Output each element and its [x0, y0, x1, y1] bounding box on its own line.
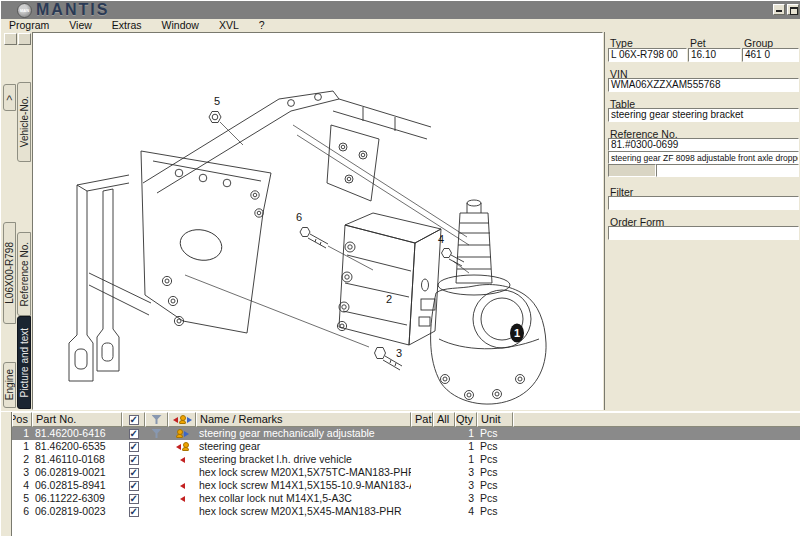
- vin-field[interactable]: WMA06XZZXAM555768: [608, 78, 799, 92]
- callout-5[interactable]: 5: [214, 95, 220, 107]
- table-row[interactable]: 1 81.46200-6416 steering gear mechanical…: [12, 427, 800, 440]
- header-pat-label: Pat: [415, 413, 432, 426]
- sidebar-tab-engine[interactable]: Engine: [3, 362, 16, 408]
- row-all: [433, 440, 455, 453]
- parts-table-gutter: [1, 412, 12, 536]
- row-pos: 3: [12, 466, 32, 479]
- maximize-button[interactable]: [787, 4, 799, 15]
- row-pat: [411, 440, 433, 453]
- row-checkbox-checked-icon[interactable]: [129, 468, 139, 478]
- row-checkbox-checked-icon[interactable]: [129, 442, 139, 452]
- menu-program[interactable]: Program: [1, 19, 59, 32]
- row-pos: 5: [12, 492, 32, 505]
- sidebar-tab-vehicle-no[interactable]: Vehicle-No.: [17, 82, 31, 162]
- menu-view[interactable]: View: [59, 19, 102, 32]
- reference-description-field[interactable]: steering gear ZF 8098 adjustable front a…: [608, 151, 799, 164]
- row-name: hex lock screw M20X1,5X45-MAN183-PHR: [196, 505, 411, 518]
- reference-aux-field[interactable]: [656, 164, 799, 177]
- callout-4[interactable]: 4: [438, 233, 444, 245]
- toolbar-button-2[interactable]: [18, 33, 31, 45]
- red-left-arrow-icon: [173, 417, 178, 423]
- sidebar-tab-expand-label: >: [4, 95, 15, 101]
- row-all: [433, 505, 455, 518]
- app-title: MANTIS: [36, 1, 109, 19]
- pet-field[interactable]: 16.10: [688, 48, 741, 62]
- row-qty: 1: [455, 453, 477, 466]
- row-pos: 4: [12, 479, 32, 492]
- exploded-view-drawing: 5 6 4 2 3 1: [33, 33, 602, 409]
- row-checkbox-checked-icon[interactable]: [129, 455, 139, 465]
- row-pos: 1: [12, 427, 32, 440]
- header-all[interactable]: All: [433, 412, 455, 427]
- row-unit: Pcs: [477, 427, 513, 440]
- header-unit[interactable]: Unit: [477, 412, 513, 427]
- menu-window[interactable]: Window: [152, 19, 209, 32]
- callout-1[interactable]: 1: [514, 327, 520, 339]
- toolbar-button-1[interactable]: [4, 33, 17, 45]
- filter-input[interactable]: [608, 196, 799, 210]
- row-pat: [411, 479, 433, 492]
- header-filter[interactable]: [145, 412, 168, 427]
- reference-aux-field-grey: [608, 164, 656, 177]
- sidebar-tab-l06x00-r798[interactable]: L06X00-R798: [3, 222, 16, 324]
- menu-help[interactable]: ?: [249, 19, 275, 32]
- header-filler: [513, 412, 800, 427]
- table-row[interactable]: 3 06.02819-0021 hex lock screw M20X1,5X7…: [12, 466, 800, 479]
- table-row[interactable]: 4 06.02815-8941 hex lock screw M14X1,5X1…: [12, 479, 800, 492]
- header-all-label: All: [437, 413, 449, 426]
- header-pat[interactable]: Pat: [411, 412, 433, 427]
- table-row[interactable]: 2 81.46110-0168 steering bracket l.h. dr…: [12, 453, 800, 466]
- row-unit: Pcs: [477, 453, 513, 466]
- row-all: [433, 453, 455, 466]
- sidebar-tab-reference-no-label: Reference No.: [19, 242, 30, 306]
- mantis-window: MAN MANTIS Program View Extras Window XV…: [0, 0, 800, 536]
- sidebar-tab-reference-no[interactable]: Reference No.: [17, 232, 31, 316]
- callout-2[interactable]: 2: [386, 293, 392, 305]
- row-all: [433, 492, 455, 505]
- row-part-no: 06.02815-8941: [32, 479, 122, 492]
- table-row[interactable]: 6 06.02819-0023 hex lock screw M20X1,5X4…: [12, 505, 800, 518]
- header-checkbox[interactable]: [122, 412, 145, 427]
- header-part-no[interactable]: Part No.: [32, 412, 122, 427]
- group-field[interactable]: 461 0: [742, 48, 799, 62]
- row-checkbox-checked-icon[interactable]: [129, 429, 139, 439]
- row-pat: [411, 505, 433, 518]
- header-name-remarks[interactable]: Name / Remarks: [196, 412, 411, 427]
- row-checkbox-checked-icon[interactable]: [129, 481, 139, 491]
- row-part-no: 81.46200-6535: [32, 440, 122, 453]
- order-form-input[interactable]: [608, 226, 799, 240]
- table-row[interactable]: 5 06.11222-6309 hex collar lock nut M14X…: [12, 492, 800, 505]
- picture-area[interactable]: 5 6 4 2 3 1: [32, 32, 603, 410]
- row-all: [433, 466, 455, 479]
- type-field[interactable]: L 06X-R798 00: [608, 48, 687, 62]
- red-left-arrow-icon: [180, 483, 185, 489]
- row-unit: Pcs: [477, 479, 513, 492]
- row-unit: Pcs: [477, 492, 513, 505]
- table-row[interactable]: 1 81.46200-6535 steering gear 1 Pcs: [12, 440, 800, 453]
- minimize-icon: [776, 10, 782, 12]
- sidebar-tab-vehicle-no-label: Vehicle-No.: [19, 96, 30, 147]
- menu-extras[interactable]: Extras: [102, 19, 152, 32]
- man-logo-icon: MAN: [17, 3, 32, 18]
- row-pat: [411, 427, 433, 440]
- menu-xvl[interactable]: XVL: [209, 19, 249, 32]
- red-left-arrow-icon: [176, 444, 181, 450]
- header-pos[interactable]: Pos: [12, 412, 32, 427]
- header-marker[interactable]: [168, 412, 196, 427]
- row-pat: [411, 492, 433, 505]
- person-icon: [182, 442, 189, 451]
- reference-no-field[interactable]: 81.#0300-0699: [608, 138, 799, 151]
- row-part-no: 06.02819-0021: [32, 466, 122, 479]
- row-filter-funnel-icon: [152, 429, 162, 438]
- minimize-button[interactable]: [773, 4, 785, 15]
- row-part-no: 06.11222-6309: [32, 492, 122, 505]
- callout-3[interactable]: 3: [396, 347, 402, 359]
- sidebar-tab-expand[interactable]: >: [3, 84, 16, 111]
- row-checkbox-checked-icon[interactable]: [129, 507, 139, 517]
- callout-6[interactable]: 6: [296, 211, 302, 223]
- sidebar-tab-picture-and-text[interactable]: Picture and text: [17, 316, 31, 409]
- table-field[interactable]: steering gear steering bracket: [608, 108, 799, 122]
- sidebar-tab-picture-and-text-label: Picture and text: [19, 328, 30, 397]
- header-qty[interactable]: Qty: [455, 412, 477, 427]
- row-checkbox-checked-icon[interactable]: [129, 494, 139, 504]
